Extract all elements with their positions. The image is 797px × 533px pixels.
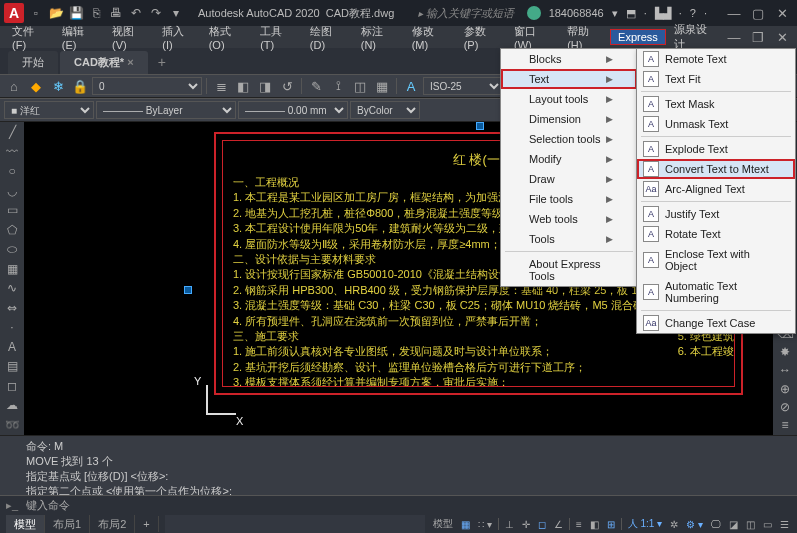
text-tool-icon[interactable]: A: [2, 339, 22, 356]
circle-tool-icon[interactable]: ○: [2, 163, 22, 180]
menu-view[interactable]: 视图(V): [104, 22, 154, 53]
text-submenu-explode-text[interactable]: AExplode Text: [637, 139, 795, 159]
sb-polar-icon[interactable]: ✛: [520, 519, 532, 530]
sb-hwaccel-icon[interactable]: ◪: [727, 519, 740, 530]
table-tool-icon[interactable]: ▤: [2, 358, 22, 375]
autodesk-app-icon[interactable]: ⬒: [626, 7, 636, 20]
sb-monitor-icon[interactable]: 🖵: [709, 519, 723, 530]
open-icon[interactable]: 📂: [48, 5, 64, 21]
rect-tool-icon[interactable]: ▭: [2, 202, 22, 219]
menu-parametric[interactable]: 参数(P): [456, 22, 506, 53]
sb-osnap-icon[interactable]: ◻: [536, 519, 548, 530]
qat-dropdown-icon[interactable]: ▾: [168, 5, 184, 21]
sb-isolate-icon[interactable]: ◫: [744, 519, 757, 530]
save-icon[interactable]: 💾: [68, 5, 84, 21]
layer-dropdown[interactable]: 0: [92, 77, 202, 95]
new-icon[interactable]: ▫: [28, 5, 44, 21]
match-icon[interactable]: ✎: [306, 77, 326, 95]
text-submenu-arc-aligned-text[interactable]: AaArc-Aligned Text: [637, 179, 795, 199]
doc-restore-button[interactable]: ❐: [747, 28, 769, 46]
hatch-tool-icon[interactable]: ▦: [2, 261, 22, 278]
region-tool-icon[interactable]: ◻: [2, 378, 22, 395]
layout-tab-model[interactable]: 模型: [6, 515, 45, 534]
express-menu-layout-tools[interactable]: Layout tools▶: [501, 89, 637, 109]
align-tool-icon[interactable]: ≡: [775, 418, 795, 433]
menu-insert[interactable]: 插入(I): [154, 22, 200, 53]
color-dropdown[interactable]: ■ 洋红: [4, 101, 94, 119]
cloud-tool-icon[interactable]: ☁: [2, 397, 22, 414]
layer-icon[interactable]: ◆: [26, 77, 46, 95]
text-submenu-text-mask[interactable]: AText Mask: [637, 94, 795, 114]
express-menu-text[interactable]: Text▶: [501, 69, 637, 89]
lock-icon[interactable]: 🔒: [70, 77, 90, 95]
plotstyle-dropdown[interactable]: ByColor: [350, 101, 420, 119]
home-icon[interactable]: ⌂: [4, 77, 24, 95]
spline-tool-icon[interactable]: ∿: [2, 280, 22, 297]
point-tool-icon[interactable]: ·: [2, 319, 22, 336]
sb-snap-icon[interactable]: ∷ ▾: [476, 519, 494, 530]
xline-tool-icon[interactable]: ⇔: [2, 300, 22, 317]
poly-tool-icon[interactable]: ⬠: [2, 222, 22, 239]
doc-tab-start[interactable]: 开始: [8, 51, 58, 74]
sb-transparency-icon[interactable]: ◧: [588, 519, 601, 530]
text-submenu-remote-text[interactable]: ARemote Text: [637, 49, 795, 69]
sb-otrack-icon[interactable]: ∠: [552, 519, 565, 530]
express-menu-selection-tools[interactable]: Selection tools▶: [501, 129, 637, 149]
layer-states-icon[interactable]: ≣: [211, 77, 231, 95]
stretch-tool-icon[interactable]: ↔: [775, 363, 795, 378]
layout-tab-2[interactable]: 布局2: [90, 515, 135, 534]
express-menu-tools[interactable]: Tools▶: [501, 229, 637, 249]
menu-express[interactable]: Express: [610, 29, 666, 45]
pline-tool-icon[interactable]: 〰: [2, 144, 22, 161]
doc-minimize-button[interactable]: —: [723, 28, 745, 46]
search-box[interactable]: ▸ 输入关键字或短语: [418, 6, 514, 21]
express-menu-web-tools[interactable]: Web tools▶: [501, 209, 637, 229]
layer-prev-icon[interactable]: ↺: [277, 77, 297, 95]
text-submenu-enclose-text-with-object[interactable]: AEnclose Text with Object: [637, 244, 795, 276]
minimize-button[interactable]: —: [723, 4, 745, 22]
ellipse-tool-icon[interactable]: ⬭: [2, 241, 22, 258]
layer-iso-icon[interactable]: ◨: [255, 77, 275, 95]
freeze-icon[interactable]: ❄: [48, 77, 68, 95]
menu-format[interactable]: 格式(O): [201, 22, 252, 53]
sb-clean-icon[interactable]: ▭: [761, 519, 774, 530]
layer-properties-icon[interactable]: ◧: [233, 77, 253, 95]
sb-annotation-icon[interactable]: ✲: [668, 519, 680, 530]
menu-modify[interactable]: 修改(M): [404, 22, 456, 53]
sb-model-button[interactable]: 模型: [431, 517, 455, 531]
hatch-icon[interactable]: ▦: [372, 77, 392, 95]
maximize-button[interactable]: ▢: [747, 4, 769, 22]
app-logo[interactable]: A: [4, 3, 24, 23]
menu-tools[interactable]: 工具(T): [252, 22, 302, 53]
text-submenu-unmask-text[interactable]: AUnmask Text: [637, 114, 795, 134]
linetype-dropdown[interactable]: ———— ByLayer: [96, 101, 236, 119]
dimstyle-dropdown[interactable]: ISO-25: [423, 77, 503, 95]
sb-lineweight-icon[interactable]: ≡: [574, 519, 584, 530]
text-submenu-rotate-text[interactable]: ARotate Text: [637, 224, 795, 244]
text-icon[interactable]: A: [401, 77, 421, 95]
break-tool-icon[interactable]: ⊘: [775, 399, 795, 414]
sb-ortho-icon[interactable]: ⊥: [503, 519, 516, 530]
line-tool-icon[interactable]: ╱: [2, 124, 22, 141]
lineweight-dropdown[interactable]: ———— 0.00 mm: [238, 101, 348, 119]
layout-tab-add[interactable]: +: [135, 516, 158, 532]
text-submenu-automatic-text-numbering[interactable]: AAutomatic Text Numbering: [637, 276, 795, 308]
express-menu-file-tools[interactable]: File tools▶: [501, 189, 637, 209]
stay-connected-icon[interactable]: ▙▟: [655, 7, 671, 20]
layout-tab-1[interactable]: 布局1: [45, 515, 90, 534]
express-menu-modify[interactable]: Modify▶: [501, 149, 637, 169]
block-icon[interactable]: ◫: [350, 77, 370, 95]
redo-icon[interactable]: ↷: [148, 5, 164, 21]
text-submenu-justify-text[interactable]: AJustify Text: [637, 204, 795, 224]
tab-new-button[interactable]: +: [150, 50, 174, 74]
explode-tool-icon[interactable]: ✸: [775, 344, 795, 359]
express-menu-dimension[interactable]: Dimension▶: [501, 109, 637, 129]
doc-close-button[interactable]: ✕: [771, 28, 793, 46]
sb-dyn-input-icon[interactable]: ⊞: [605, 519, 617, 530]
doc-tab-current[interactable]: CAD教程* ×: [60, 51, 148, 74]
express-menu-blocks[interactable]: Blocks▶: [501, 49, 637, 69]
text-submenu-convert-text-to-mtext[interactable]: AConvert Text to Mtext: [637, 159, 795, 179]
menu-dimension[interactable]: 标注(N): [353, 22, 404, 53]
user-avatar-icon[interactable]: [527, 6, 541, 20]
text-submenu-change-text-case[interactable]: AaChange Text Case: [637, 313, 795, 333]
